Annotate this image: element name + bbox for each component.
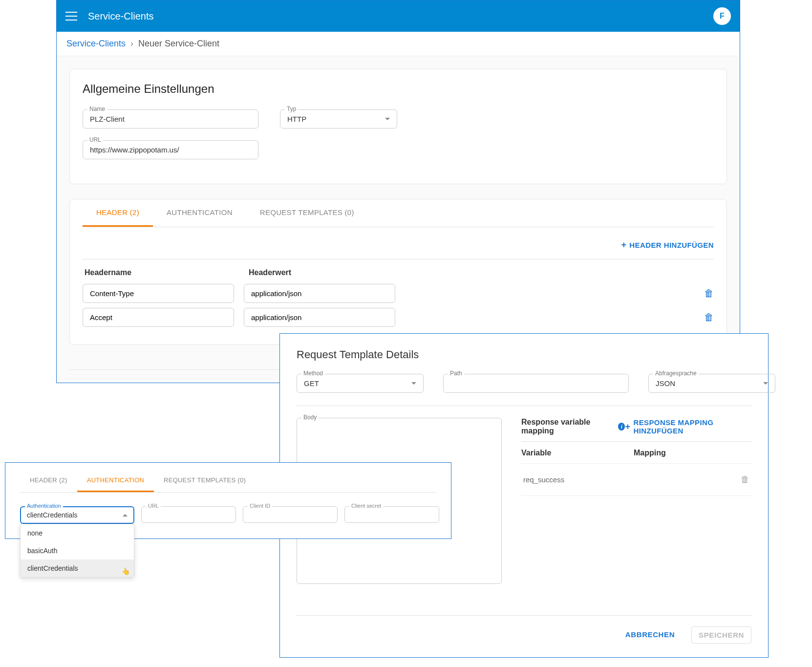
url-input[interactable]: [83, 140, 258, 159]
name-field: Name: [83, 109, 258, 129]
chevron-up-icon: [123, 514, 128, 516]
cursor-icon: 👆: [122, 567, 130, 575]
table-row: 🗑: [83, 284, 714, 303]
menu-icon[interactable]: [65, 12, 77, 21]
chevron-down-icon: [411, 382, 416, 385]
general-title: Allgemeine Einstellungen: [83, 82, 714, 96]
col-mapping: Mapping: [634, 449, 751, 457]
auth-select-label: Authentication: [25, 503, 63, 509]
trash-icon[interactable]: 🗑: [704, 312, 714, 323]
method-field: Method GET: [297, 374, 424, 393]
header-value-input[interactable]: [244, 308, 395, 327]
auth-secret-input[interactable]: [344, 506, 439, 523]
tab-header[interactable]: HEADER (2): [83, 199, 153, 227]
mapping-variable: req_success: [523, 475, 636, 484]
auth-select-value: clientCredentials: [27, 511, 78, 519]
lang-label: Abfragesprache: [653, 370, 699, 377]
type-field: Typ HTTP: [280, 109, 397, 129]
details-title: Request Template Details: [297, 348, 751, 361]
auth-tabs: HEADER (2) AUTHENTICATION REQUEST TEMPLA…: [20, 470, 436, 493]
main-panel: Service-Clients F Service-Clients › Neue…: [56, 0, 740, 383]
header-name-input[interactable]: [83, 308, 234, 327]
url-label: URL: [87, 136, 103, 143]
tabs: HEADER (2) AUTHENTICATION REQUEST TEMPLA…: [83, 199, 714, 227]
plus-icon: +: [621, 240, 626, 250]
breadcrumb-current: Neuer Service-Client: [138, 39, 219, 49]
mapping-title: Response variable mapping i: [521, 418, 625, 435]
method-label: Method: [301, 370, 325, 377]
general-settings-card: Allgemeine Einstellungen Name Typ HTTP U…: [69, 69, 727, 184]
tab-request-templates[interactable]: REQUEST TEMPLATES (0): [154, 470, 256, 492]
table-row: 🗑: [83, 308, 714, 327]
tab-authentication[interactable]: AUTHENTICATION: [153, 199, 246, 227]
tab-request-templates[interactable]: REQUEST TEMPLATES (0): [246, 199, 368, 227]
lang-value: JSON: [656, 379, 675, 387]
path-input[interactable]: [443, 374, 629, 393]
path-label: Path: [448, 370, 464, 377]
app-title: Service-Clients: [88, 11, 153, 22]
cancel-button[interactable]: ABBRECHEN: [619, 626, 682, 644]
avatar[interactable]: F: [713, 7, 731, 25]
mapping-section: Response variable mapping i + RESPONSE M…: [521, 418, 751, 496]
col-headerwert: Headerwert: [249, 268, 714, 277]
add-header-label: HEADER HINZUFÜGEN: [629, 241, 714, 249]
name-input[interactable]: [83, 109, 258, 129]
name-label: Name: [87, 106, 107, 112]
header-value-input[interactable]: [244, 284, 395, 303]
auth-url-input[interactable]: [141, 506, 236, 523]
trash-icon[interactable]: 🗑: [741, 474, 749, 485]
mapping-row: req_success 🗑: [521, 463, 751, 496]
chevron-down-icon: [763, 382, 768, 385]
auth-clientid-label: Client ID: [248, 503, 272, 509]
breadcrumb: Service-Clients › Neuer Service-Client: [57, 32, 740, 56]
auth-url-field: URL: [141, 506, 236, 524]
info-icon[interactable]: i: [618, 423, 625, 430]
breadcrumb-root[interactable]: Service-Clients: [66, 39, 126, 49]
type-value: HTTP: [287, 115, 306, 123]
add-mapping-button[interactable]: + RESPONSE MAPPING HINZUFÜGEN: [625, 418, 751, 435]
plus-icon: +: [625, 422, 630, 432]
header-table-head: Headername Headerwert: [83, 259, 714, 284]
auth-clientid-input[interactable]: [243, 506, 338, 523]
dropdown-item-none[interactable]: none: [21, 524, 134, 542]
path-field: Path: [443, 374, 629, 393]
auth-secret-label: Client secret: [349, 503, 383, 509]
save-button: SPEICHERN: [691, 626, 751, 644]
add-mapping-label: RESPONSE MAPPING HINZUFÜGEN: [633, 418, 751, 435]
url-field: URL: [83, 140, 258, 159]
col-headername: Headername: [83, 268, 249, 277]
add-header-button[interactable]: + HEADER HINZUFÜGEN: [621, 240, 714, 250]
chevron-right-icon: ›: [130, 39, 133, 49]
app-bar-left: Service-Clients: [65, 11, 153, 22]
app-bar: Service-Clients F: [57, 0, 740, 32]
chevron-down-icon: [385, 118, 390, 120]
auth-clientid-field: Client ID: [243, 506, 338, 524]
trash-icon[interactable]: 🗑: [704, 288, 714, 299]
tab-header[interactable]: HEADER (2): [20, 470, 77, 492]
col-variable: Variable: [521, 449, 634, 457]
auth-secret-field: Client secret: [344, 506, 439, 524]
tab-authentication[interactable]: AUTHENTICATION: [77, 470, 154, 492]
header-name-input[interactable]: [83, 284, 234, 303]
auth-url-label: URL: [146, 503, 161, 509]
tabs-card: HEADER (2) AUTHENTICATION REQUEST TEMPLA…: [69, 199, 727, 345]
auth-select-field: Authentication clientCredentials none ba…: [20, 506, 134, 524]
type-label: Typ: [285, 106, 298, 112]
auth-panel: HEADER (2) AUTHENTICATION REQUEST TEMPLA…: [5, 462, 451, 539]
dropdown-item-basicauth[interactable]: basicAuth: [21, 542, 134, 559]
body-label: Body: [301, 414, 319, 421]
method-value: GET: [304, 379, 319, 387]
dropdown-item-clientcredentials[interactable]: clientCredentials 👆: [21, 559, 134, 577]
lang-field: Abfragesprache JSON: [648, 374, 775, 393]
auth-dropdown-menu: none basicAuth clientCredentials 👆: [20, 524, 134, 578]
auth-select[interactable]: clientCredentials: [20, 506, 134, 524]
